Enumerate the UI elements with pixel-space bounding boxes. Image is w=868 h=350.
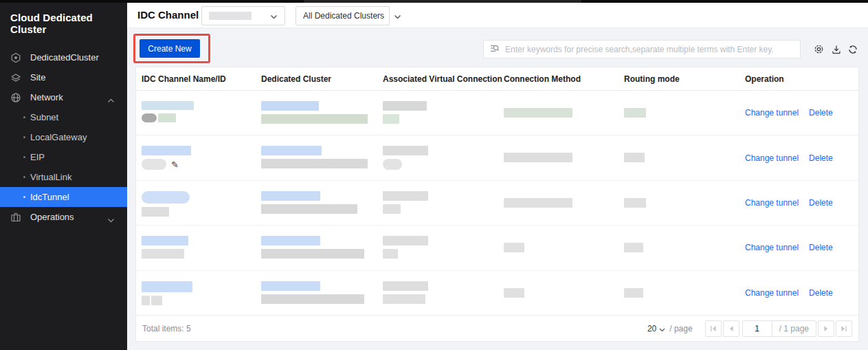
table-cell	[498, 271, 619, 315]
prev-page-button[interactable]	[723, 320, 739, 337]
redacted-block	[624, 198, 646, 208]
delete-link[interactable]: Delete	[809, 288, 833, 298]
redacted-block	[142, 159, 166, 170]
redacted-block	[261, 101, 319, 111]
create-new-button[interactable]: Create New	[140, 39, 200, 58]
table-cell	[377, 181, 498, 225]
sidebar-item-label: DedicatedCluster	[30, 52, 99, 63]
column-header: Associated Virtual Connection	[377, 74, 498, 84]
total-pages-label: / 1 page	[772, 320, 816, 337]
redacted-block	[504, 243, 524, 252]
redacted-block	[142, 101, 194, 110]
table-cell	[136, 271, 256, 315]
table-cell	[619, 226, 739, 270]
redacted-block	[142, 296, 150, 305]
table-cell	[136, 91, 256, 135]
sidebar-item-virtuallink[interactable]: VirtualLink	[0, 167, 127, 187]
table-body: Change tunnelDelete✎Change tunnelDeleteC…	[136, 91, 858, 315]
table-cell	[498, 226, 619, 270]
sidebar-item-dedicatedcluster[interactable]: DedicatedCluster	[0, 47, 127, 67]
next-page-button[interactable]	[818, 320, 834, 337]
content-body: Create New	[127, 28, 868, 350]
redacted-block	[209, 12, 252, 20]
search-box	[483, 40, 801, 58]
sidebar-item-site[interactable]: Site	[0, 67, 127, 87]
site-layers-icon	[10, 72, 21, 83]
table-cell	[498, 135, 619, 179]
sidebar-item-label: Subnet	[30, 112, 58, 122]
sidebar-item-idctunnel[interactable]: IdcTunnel	[0, 187, 127, 207]
content-header: IDC Channel All Dedicated Clusters	[127, 3, 868, 28]
table-cell	[377, 135, 498, 179]
operation-cell: Change tunnelDelete	[739, 135, 858, 179]
change-tunnel-link[interactable]: Change tunnel	[745, 198, 799, 208]
redacted-block	[142, 281, 192, 292]
delete-link[interactable]: Delete	[809, 198, 833, 208]
redacted-block	[142, 207, 169, 217]
table-cell	[256, 226, 377, 270]
table-cell	[136, 181, 256, 225]
redacted-block	[158, 113, 176, 122]
table-cell	[498, 91, 619, 135]
table-row: Change tunnelDelete	[136, 91, 858, 135]
table-footer: Total items: 5 20 / page	[136, 315, 858, 341]
redacted-block	[504, 198, 572, 208]
redacted-block	[383, 191, 428, 201]
settings-gear-icon[interactable]	[813, 43, 825, 55]
search-input[interactable]	[505, 45, 794, 54]
table-cell	[619, 135, 739, 179]
pagination: 20 / page 1 / 1 pag	[647, 320, 852, 337]
table-row: Change tunnelDelete	[136, 181, 858, 226]
sidebar-item-operations[interactable]: Operations	[0, 207, 127, 227]
table-cell	[619, 91, 739, 135]
refresh-icon[interactable]	[847, 44, 858, 55]
redacted-block	[383, 146, 428, 155]
change-tunnel-link[interactable]: Change tunnel	[745, 153, 799, 163]
advanced-search-icon	[489, 43, 500, 56]
redacted-block	[261, 114, 368, 124]
change-tunnel-link[interactable]: Change tunnel	[745, 243, 799, 252]
delete-link[interactable]: Delete	[809, 243, 833, 252]
last-page-button[interactable]	[836, 320, 852, 337]
per-page-label: / page	[669, 324, 692, 333]
sidebar-item-label: Site	[30, 72, 45, 83]
table-cell	[377, 271, 498, 315]
sidebar-item-label: Network	[30, 92, 63, 102]
sidebar-item-label: Operations	[30, 212, 74, 222]
bullet-dot	[23, 116, 25, 118]
chevron-down-icon	[659, 325, 665, 334]
sidebar-item-label: IdcTunnel	[30, 192, 69, 202]
change-tunnel-link[interactable]: Change tunnel	[745, 288, 799, 298]
cluster-filter-dropdown[interactable]: All Dedicated Clusters	[296, 6, 390, 25]
redacted-block	[142, 113, 157, 122]
redacted-block	[142, 236, 188, 245]
download-icon[interactable]	[831, 44, 842, 55]
redacted-block	[261, 191, 320, 201]
sidebar-item-eip[interactable]: EIP	[0, 147, 127, 167]
sidebar-item-network[interactable]: Network	[0, 87, 127, 107]
delete-link[interactable]: Delete	[809, 108, 833, 118]
first-page-button[interactable]	[705, 320, 722, 337]
sidebar-item-label: EIP	[30, 152, 45, 162]
current-page-input[interactable]: 1	[742, 320, 772, 337]
table-cell	[619, 181, 739, 225]
redacted-block	[383, 204, 401, 214]
table-row: Change tunnelDelete	[136, 226, 858, 270]
change-tunnel-link[interactable]: Change tunnel	[745, 108, 799, 118]
sidebar-item-label: LocalGateway	[30, 132, 87, 142]
page-size-select[interactable]: 20 / page	[647, 323, 693, 334]
redacted-block	[261, 249, 364, 259]
sidebar-title: Cloud Dedicated Cluster	[0, 3, 127, 42]
sidebar-menu: DedicatedClusterSiteNetworkSubnetLocalGa…	[0, 47, 127, 227]
annotation-highlight-box: Create New	[133, 34, 210, 63]
sidebar-item-subnet[interactable]: Subnet	[0, 107, 127, 127]
redacted-block	[261, 146, 322, 155]
table-row: Change tunnelDelete	[136, 271, 858, 315]
redacted-block	[142, 249, 184, 259]
channel-filter-dropdown[interactable]	[201, 6, 285, 25]
edit-pencil-icon[interactable]: ✎	[171, 160, 179, 169]
sidebar-item-localgateway[interactable]: LocalGateway	[0, 127, 127, 147]
redacted-block	[383, 236, 428, 245]
delete-link[interactable]: Delete	[809, 153, 833, 163]
table-cell	[136, 226, 256, 270]
